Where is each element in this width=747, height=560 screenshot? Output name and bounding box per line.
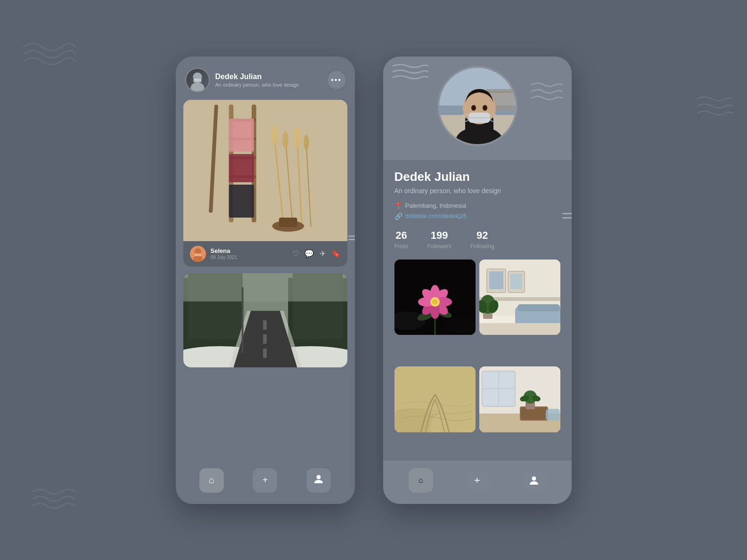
svg-rect-89 — [479, 323, 560, 335]
website-link[interactable]: dribbble.com/dedekj26 — [405, 212, 467, 219]
feed-post-1: Selena 09 July 2021 ♡ 💬 ✈ 🔖 — [183, 100, 347, 267]
profile-bio: An ordinary person, who love design — [394, 187, 560, 195]
svg-rect-11 — [229, 154, 254, 182]
svg-point-20 — [304, 135, 309, 150]
location-icon: 📍 — [394, 202, 402, 210]
svg-rect-2 — [193, 79, 201, 82]
right-phone: Dedek Julian An ordinary person, who lov… — [383, 57, 572, 504]
svg-point-52 — [471, 105, 476, 111]
following-count: 92 — [470, 229, 494, 242]
stat-posts: 26 Posts — [394, 229, 409, 250]
following-label: Following — [470, 243, 494, 250]
nav-home-button[interactable]: ⌂ — [199, 468, 224, 493]
like-button[interactable]: ♡ — [292, 249, 299, 258]
user-info: Dedek Julian An ordinary person, who lov… — [215, 73, 322, 88]
menu-button[interactable]: ••• — [328, 71, 345, 89]
gallery-item-sand[interactable] — [394, 366, 476, 432]
feed: Selena 09 July 2021 ♡ 💬 ✈ 🔖 — [176, 100, 355, 461]
feed-post-2 — [183, 273, 347, 367]
post-actions: ♡ 💬 ✈ 🔖 — [292, 249, 341, 258]
post-user-info: Selena 09 July 2021 — [211, 247, 287, 260]
posts-count: 26 — [394, 229, 409, 242]
post-image-winter — [183, 273, 347, 367]
svg-point-42 — [316, 475, 320, 479]
svg-rect-3 — [183, 100, 347, 241]
post-date: 09 July 2021 — [211, 255, 287, 260]
svg-rect-35 — [263, 320, 267, 330]
gallery-item-room[interactable] — [479, 366, 560, 432]
location-text: Palembang, Indonesia — [405, 202, 466, 209]
more-icon: ••• — [331, 76, 342, 84]
profile-avatar — [437, 66, 517, 146]
nav-profile-button[interactable] — [306, 468, 331, 493]
svg-rect-36 — [263, 334, 267, 344]
svg-point-18 — [282, 131, 288, 148]
followers-count: 199 — [427, 229, 451, 242]
post-image-textiles — [183, 100, 347, 241]
profile-icon — [529, 475, 539, 486]
posts-label: Posts — [394, 243, 409, 250]
rp-top-decoration — [383, 57, 572, 160]
svg-rect-41 — [241, 287, 243, 353]
svg-rect-81 — [510, 274, 522, 289]
svg-rect-106 — [546, 409, 560, 421]
rp-nav-profile-button[interactable] — [522, 468, 546, 493]
svg-point-17 — [271, 126, 278, 145]
comment-button[interactable]: 💬 — [304, 249, 314, 258]
svg-rect-79 — [489, 271, 503, 289]
location-row: 📍 Palembang, Indonesia — [394, 202, 560, 210]
svg-rect-37 — [263, 349, 267, 358]
svg-rect-40 — [183, 273, 347, 301]
rp-profile-info: Dedek Julian An ordinary person, who lov… — [383, 160, 572, 461]
svg-point-1 — [190, 82, 204, 91]
plus-icon: + — [263, 475, 268, 486]
profile-icon — [313, 474, 324, 487]
svg-point-53 — [483, 105, 487, 111]
stat-followers: 199 Followers — [427, 229, 451, 250]
website-row[interactable]: 🔗 dribbble.com/dedekj26 — [394, 212, 560, 220]
lp-header: Dedek Julian An ordinary person, who lov… — [176, 57, 355, 100]
plus-icon: + — [474, 474, 480, 487]
svg-rect-12 — [229, 185, 254, 218]
profile-stats: 26 Posts 199 Followers 92 Following — [394, 229, 560, 250]
svg-rect-22 — [279, 218, 297, 227]
bookmark-button[interactable]: 🔖 — [331, 249, 341, 258]
svg-rect-10 — [229, 119, 254, 152]
profile-gallery — [394, 260, 560, 461]
svg-rect-26 — [195, 253, 201, 256]
scroll-indicator — [348, 235, 355, 240]
right-scroll-indicator — [562, 213, 572, 219]
nav-add-button[interactable]: + — [253, 468, 277, 493]
post-footer-1: Selena 09 July 2021 ♡ 💬 ✈ 🔖 — [183, 241, 347, 267]
svg-rect-48 — [486, 89, 515, 93]
post-author-avatar — [190, 246, 206, 262]
link-icon: 🔗 — [394, 212, 402, 220]
profile-name: Dedek Julian — [394, 170, 560, 184]
followers-label: Followers — [427, 243, 451, 250]
home-icon: ⌂ — [419, 476, 423, 485]
stat-following: 92 Following — [470, 229, 494, 250]
user-bio: An ordinary person, who love design — [215, 82, 322, 88]
home-icon: ⌂ — [209, 475, 214, 486]
gallery-item-interior[interactable] — [479, 260, 560, 335]
bottom-nav-right: ⌂ + — [383, 461, 572, 504]
rp-nav-add-button[interactable]: + — [465, 468, 490, 493]
svg-rect-101 — [521, 408, 547, 419]
svg-rect-84 — [517, 304, 560, 311]
user-name: Dedek Julian — [215, 73, 322, 81]
svg-point-75 — [432, 299, 438, 305]
left-phone: Dedek Julian An ordinary person, who lov… — [176, 57, 355, 504]
bottom-nav-left: ⌂ + — [176, 461, 355, 504]
svg-point-19 — [293, 127, 300, 148]
svg-point-107 — [532, 476, 536, 480]
gallery-item-flower[interactable] — [394, 260, 476, 335]
rp-nav-home-button[interactable]: ⌂ — [409, 468, 433, 493]
avatar — [185, 68, 210, 92]
share-button[interactable]: ✈ — [320, 249, 326, 258]
post-author-name: Selena — [211, 247, 287, 254]
